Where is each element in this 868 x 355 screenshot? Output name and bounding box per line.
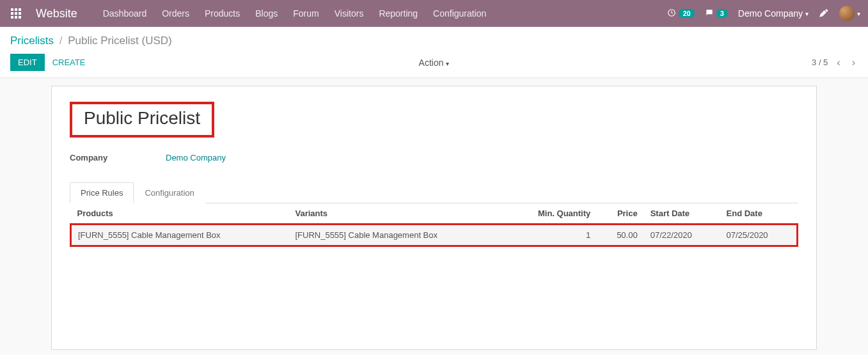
- pager-position: 3 / 5: [812, 58, 828, 67]
- page-title: Public Pricelist: [84, 108, 200, 129]
- action-dropdown[interactable]: Action ▾: [419, 58, 450, 68]
- nav-item-products[interactable]: Products: [198, 4, 246, 22]
- messages-badge: 3: [716, 9, 728, 18]
- caret-down-icon: ▾: [805, 10, 809, 17]
- tab-configuration[interactable]: Configuration: [134, 182, 205, 203]
- svg-rect-6: [11, 16, 13, 19]
- cell-end: 07/25/2020: [720, 225, 798, 246]
- pager-prev[interactable]: ‹: [834, 57, 842, 68]
- nav-item-orders[interactable]: Orders: [155, 4, 196, 22]
- action-label: Action: [419, 58, 444, 68]
- col-min-qty[interactable]: Min. Quantity: [505, 203, 597, 225]
- edit-button[interactable]: EDIT: [10, 54, 45, 71]
- nav-right: 20 3 Demo Company ▾ ▾: [667, 6, 860, 21]
- col-variants[interactable]: Variants: [288, 203, 505, 225]
- svg-rect-7: [15, 16, 17, 19]
- top-nav: Website Dashboard Orders Products Blogs …: [0, 0, 868, 27]
- brand[interactable]: Website: [36, 7, 77, 20]
- apps-icon[interactable]: [8, 5, 24, 22]
- nav-item-visitors[interactable]: Visitors: [328, 4, 370, 22]
- breadcrumb-root[interactable]: Pricelists: [10, 35, 54, 47]
- nav-item-blogs[interactable]: Blogs: [249, 4, 284, 22]
- svg-rect-4: [15, 12, 17, 15]
- pager-next[interactable]: ›: [849, 57, 858, 68]
- svg-rect-1: [15, 8, 17, 11]
- create-button[interactable]: CREATE: [52, 58, 86, 67]
- company-link[interactable]: Demo Company: [166, 153, 226, 162]
- col-products[interactable]: Products: [71, 203, 289, 225]
- cell-price: 50.00: [597, 225, 643, 246]
- cell-product: [FURN_5555] Cable Management Box: [71, 225, 289, 246]
- messages-indicator[interactable]: 3: [705, 8, 728, 19]
- svg-rect-8: [19, 16, 21, 19]
- tabs: Price Rules Configuration: [70, 182, 798, 203]
- svg-rect-0: [11, 8, 13, 11]
- activities-badge: 20: [679, 9, 694, 18]
- svg-rect-3: [11, 12, 13, 15]
- caret-down-icon: ▾: [446, 60, 449, 67]
- table-row[interactable]: [FURN_5555] Cable Management Box [FURN_5…: [71, 225, 798, 246]
- company-field: Company Demo Company: [70, 153, 798, 162]
- breadcrumb-sep: /: [59, 35, 63, 47]
- cell-min-qty: 1: [505, 225, 597, 246]
- company-name: Demo Company: [738, 8, 803, 19]
- nav-menu: Dashboard Orders Products Blogs Forum Vi…: [97, 4, 493, 22]
- caret-down-icon: ▾: [857, 10, 860, 17]
- nav-item-dashboard[interactable]: Dashboard: [97, 4, 154, 22]
- svg-rect-2: [19, 8, 21, 11]
- cell-start: 07/22/2020: [644, 225, 720, 246]
- company-selector[interactable]: Demo Company ▾: [738, 8, 809, 19]
- title-highlight: Public Pricelist: [70, 102, 214, 138]
- activities-indicator[interactable]: 20: [667, 8, 694, 19]
- debug-icon[interactable]: [819, 8, 829, 20]
- control-panel: Pricelists / Public Pricelist (USD) EDIT…: [0, 27, 868, 78]
- nav-item-configuration[interactable]: Configuration: [427, 4, 493, 22]
- col-price[interactable]: Price: [597, 203, 643, 225]
- pager: 3 / 5 ‹ ›: [812, 57, 858, 68]
- nav-item-forum[interactable]: Forum: [287, 4, 325, 22]
- company-label: Company: [70, 153, 166, 162]
- col-end-date[interactable]: End Date: [720, 203, 798, 225]
- chat-icon: [705, 8, 714, 19]
- breadcrumb: Pricelists / Public Pricelist (USD): [10, 35, 858, 47]
- nav-item-reporting[interactable]: Reporting: [372, 4, 424, 22]
- cell-variant: [FURN_5555] Cable Management Box: [288, 225, 505, 246]
- breadcrumb-current: Public Pricelist (USD): [68, 35, 171, 47]
- user-menu[interactable]: ▾: [839, 6, 860, 21]
- clock-icon: [667, 8, 676, 19]
- col-start-date[interactable]: Start Date: [644, 203, 720, 225]
- price-rules-table: Products Variants Min. Quantity Price St…: [70, 203, 798, 247]
- tab-price-rules[interactable]: Price Rules: [70, 182, 134, 203]
- avatar: [839, 6, 855, 21]
- form-sheet: Public Pricelist Company Demo Company Pr…: [51, 86, 817, 350]
- svg-rect-5: [19, 12, 21, 15]
